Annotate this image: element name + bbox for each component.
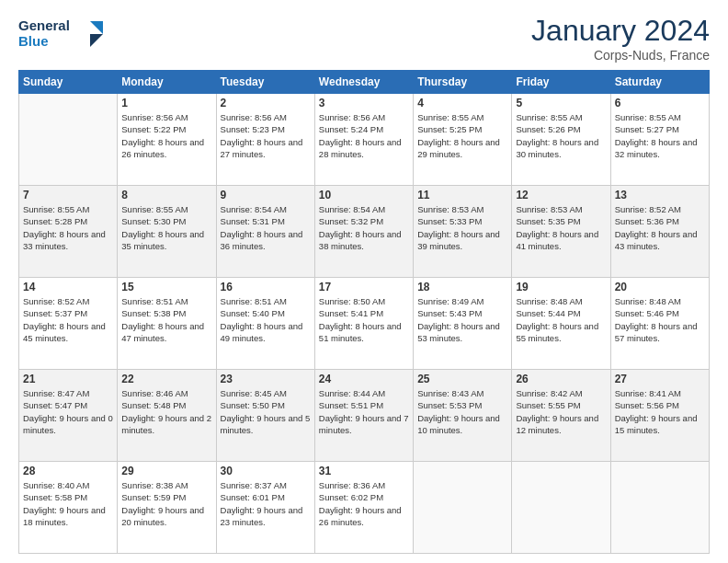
table-row: 18Sunrise: 8:49 AMSunset: 5:43 PMDayligh…: [414, 278, 512, 370]
day-number: 26: [516, 373, 606, 385]
calendar-week-row: 7Sunrise: 8:55 AMSunset: 5:28 PMDaylight…: [19, 186, 710, 278]
day-info: Sunrise: 8:46 AMSunset: 5:48 PMDaylight:…: [121, 387, 211, 436]
table-row: 12Sunrise: 8:53 AMSunset: 5:35 PMDayligh…: [512, 186, 610, 278]
day-number: 18: [417, 281, 507, 293]
day-info: Sunrise: 8:55 AMSunset: 5:25 PMDaylight:…: [417, 111, 507, 160]
table-row: 27Sunrise: 8:41 AMSunset: 5:56 PMDayligh…: [610, 370, 709, 462]
calendar-week-row: 1Sunrise: 8:56 AMSunset: 5:22 PMDaylight…: [19, 94, 710, 186]
day-info: Sunrise: 8:51 AMSunset: 5:38 PMDaylight:…: [121, 295, 211, 344]
day-number: 14: [23, 281, 113, 293]
table-row: [19, 94, 118, 186]
day-info: Sunrise: 8:49 AMSunset: 5:43 PMDaylight:…: [417, 295, 507, 344]
month-title: January 2024: [531, 14, 710, 48]
day-number: 11: [417, 189, 507, 201]
day-number: 21: [23, 373, 113, 385]
table-row: 14Sunrise: 8:52 AMSunset: 5:37 PMDayligh…: [19, 278, 118, 370]
day-info: Sunrise: 8:54 AMSunset: 5:32 PMDaylight:…: [319, 203, 409, 252]
day-info: Sunrise: 8:38 AMSunset: 5:59 PMDaylight:…: [121, 479, 211, 528]
header-wednesday: Wednesday: [314, 71, 413, 94]
svg-marker-2: [90, 21, 103, 34]
day-number: 4: [417, 97, 507, 109]
day-number: 23: [221, 373, 311, 385]
day-number: 3: [319, 97, 409, 109]
svg-text:General: General: [18, 17, 70, 33]
day-number: 30: [221, 465, 311, 477]
day-number: 8: [121, 189, 211, 201]
day-number: 28: [23, 465, 113, 477]
day-number: 22: [121, 373, 211, 385]
day-number: 19: [516, 281, 606, 293]
day-number: 10: [319, 189, 409, 201]
table-row: 26Sunrise: 8:42 AMSunset: 5:55 PMDayligh…: [512, 370, 610, 462]
logo-text: General Blue: [18, 14, 110, 56]
calendar-week-row: 28Sunrise: 8:40 AMSunset: 5:58 PMDayligh…: [19, 462, 710, 554]
calendar-header-row: Sunday Monday Tuesday Wednesday Thursday…: [19, 71, 710, 94]
day-info: Sunrise: 8:56 AMSunset: 5:22 PMDaylight:…: [121, 111, 211, 160]
day-info: Sunrise: 8:53 AMSunset: 5:35 PMDaylight:…: [516, 203, 606, 252]
header-sunday: Sunday: [19, 71, 118, 94]
table-row: [414, 462, 512, 554]
day-info: Sunrise: 8:42 AMSunset: 5:55 PMDaylight:…: [516, 387, 606, 436]
day-number: 31: [319, 465, 409, 477]
table-row: 25Sunrise: 8:43 AMSunset: 5:53 PMDayligh…: [414, 370, 512, 462]
svg-text:Blue: Blue: [18, 33, 49, 49]
table-row: 17Sunrise: 8:50 AMSunset: 5:41 PMDayligh…: [314, 278, 413, 370]
logo: General Blue: [18, 14, 110, 56]
table-row: 21Sunrise: 8:47 AMSunset: 5:47 PMDayligh…: [19, 370, 118, 462]
calendar-week-row: 14Sunrise: 8:52 AMSunset: 5:37 PMDayligh…: [19, 278, 710, 370]
day-info: Sunrise: 8:55 AMSunset: 5:26 PMDaylight:…: [516, 111, 606, 160]
day-info: Sunrise: 8:50 AMSunset: 5:41 PMDaylight:…: [319, 295, 409, 344]
header-tuesday: Tuesday: [216, 71, 314, 94]
table-row: 7Sunrise: 8:55 AMSunset: 5:28 PMDaylight…: [19, 186, 118, 278]
table-row: [610, 462, 709, 554]
day-info: Sunrise: 8:47 AMSunset: 5:47 PMDaylight:…: [23, 387, 113, 436]
table-row: 1Sunrise: 8:56 AMSunset: 5:22 PMDaylight…: [118, 94, 216, 186]
table-row: 15Sunrise: 8:51 AMSunset: 5:38 PMDayligh…: [118, 278, 216, 370]
day-info: Sunrise: 8:52 AMSunset: 5:36 PMDaylight:…: [615, 203, 705, 252]
table-row: 10Sunrise: 8:54 AMSunset: 5:32 PMDayligh…: [314, 186, 413, 278]
day-info: Sunrise: 8:54 AMSunset: 5:31 PMDaylight:…: [221, 203, 311, 252]
day-number: 1: [121, 97, 211, 109]
day-number: 27: [615, 373, 705, 385]
table-row: 4Sunrise: 8:55 AMSunset: 5:25 PMDaylight…: [414, 94, 512, 186]
day-info: Sunrise: 8:36 AMSunset: 6:02 PMDaylight:…: [319, 479, 409, 528]
day-number: 20: [615, 281, 705, 293]
header-friday: Friday: [512, 71, 610, 94]
day-info: Sunrise: 8:51 AMSunset: 5:40 PMDaylight:…: [221, 295, 311, 344]
table-row: 6Sunrise: 8:55 AMSunset: 5:27 PMDaylight…: [610, 94, 709, 186]
location: Corps-Nuds, France: [531, 48, 710, 63]
table-row: 8Sunrise: 8:55 AMSunset: 5:30 PMDaylight…: [118, 186, 216, 278]
day-number: 24: [319, 373, 409, 385]
table-row: 2Sunrise: 8:56 AMSunset: 5:23 PMDaylight…: [216, 94, 314, 186]
header: General Blue January 2024 Corps-Nuds, Fr…: [18, 14, 710, 63]
day-info: Sunrise: 8:40 AMSunset: 5:58 PMDaylight:…: [23, 479, 113, 528]
day-number: 12: [516, 189, 606, 201]
day-info: Sunrise: 8:56 AMSunset: 5:24 PMDaylight:…: [319, 111, 409, 160]
table-row: 24Sunrise: 8:44 AMSunset: 5:51 PMDayligh…: [314, 370, 413, 462]
day-info: Sunrise: 8:48 AMSunset: 5:46 PMDaylight:…: [615, 295, 705, 344]
header-saturday: Saturday: [610, 71, 709, 94]
day-info: Sunrise: 8:56 AMSunset: 5:23 PMDaylight:…: [221, 111, 311, 160]
day-number: 2: [221, 97, 311, 109]
day-info: Sunrise: 8:55 AMSunset: 5:30 PMDaylight:…: [121, 203, 211, 252]
header-thursday: Thursday: [414, 71, 512, 94]
table-row: 22Sunrise: 8:46 AMSunset: 5:48 PMDayligh…: [118, 370, 216, 462]
day-info: Sunrise: 8:52 AMSunset: 5:37 PMDaylight:…: [23, 295, 113, 344]
table-row: 29Sunrise: 8:38 AMSunset: 5:59 PMDayligh…: [118, 462, 216, 554]
day-info: Sunrise: 8:48 AMSunset: 5:44 PMDaylight:…: [516, 295, 606, 344]
day-number: 15: [121, 281, 211, 293]
table-row: 31Sunrise: 8:36 AMSunset: 6:02 PMDayligh…: [314, 462, 413, 554]
day-info: Sunrise: 8:41 AMSunset: 5:56 PMDaylight:…: [615, 387, 705, 436]
table-row: 9Sunrise: 8:54 AMSunset: 5:31 PMDaylight…: [216, 186, 314, 278]
title-section: January 2024 Corps-Nuds, France: [531, 14, 710, 63]
page: General Blue January 2024 Corps-Nuds, Fr…: [0, 0, 728, 563]
calendar-table: Sunday Monday Tuesday Wednesday Thursday…: [18, 70, 710, 554]
day-number: 7: [23, 189, 113, 201]
day-info: Sunrise: 8:55 AMSunset: 5:28 PMDaylight:…: [23, 203, 113, 252]
day-number: 16: [221, 281, 311, 293]
day-number: 6: [615, 97, 705, 109]
table-row: 16Sunrise: 8:51 AMSunset: 5:40 PMDayligh…: [216, 278, 314, 370]
day-number: 5: [516, 97, 606, 109]
day-number: 29: [121, 465, 211, 477]
calendar-week-row: 21Sunrise: 8:47 AMSunset: 5:47 PMDayligh…: [19, 370, 710, 462]
